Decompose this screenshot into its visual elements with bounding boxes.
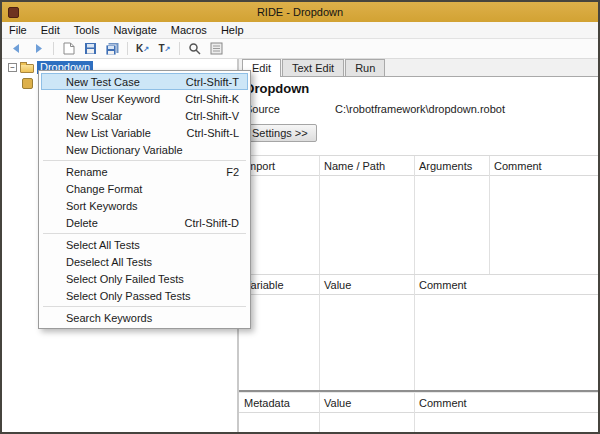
go-back-icon[interactable] — [9, 41, 24, 56]
menu-separator — [43, 233, 246, 234]
suite-title: Dropdown — [245, 81, 309, 96]
menu-separator — [43, 160, 246, 161]
testcase-icon[interactable]: T↗ — [157, 41, 172, 56]
toolbar-separator — [127, 42, 128, 55]
new-file-icon[interactable] — [61, 41, 76, 56]
menu-item-new-dictionary-variable[interactable]: New Dictionary Variable — [41, 141, 248, 158]
menu-help[interactable]: Help — [214, 24, 251, 36]
menu-item-delete[interactable]: Delete Ctrl-Shift-D — [41, 214, 248, 231]
menu-item-new-user-keyword[interactable]: New User Keyword Ctrl-Shift-K — [41, 90, 248, 107]
menu-item-new-test-case[interactable]: New Test Case Ctrl-Shift-T — [41, 73, 248, 90]
window-title: RIDE - Dropdown — [2, 6, 598, 18]
imports-section: Import Name / Path Arguments Comment — [239, 155, 598, 274]
menu-bar: File Edit Tools Navigate Macros Help — [2, 22, 598, 39]
menu-item-sort-keywords[interactable]: Sort Keywords — [41, 197, 248, 214]
save-all-icon[interactable] — [105, 41, 120, 56]
menu-separator — [43, 306, 246, 307]
variables-header-variable: Variable — [239, 279, 319, 291]
metadata-header-row: Metadata Value Comment — [239, 393, 598, 413]
menu-edit[interactable]: Edit — [34, 24, 67, 36]
source-row: Source C:\robotframework\dropdown.robot — [245, 103, 505, 115]
imports-header-import: Import — [239, 160, 319, 172]
imports-header-comment: Comment — [489, 160, 598, 172]
tab-text-edit[interactable]: Text Edit — [282, 59, 344, 76]
title-bar[interactable]: RIDE - Dropdown — [2, 2, 598, 22]
tab-run[interactable]: Run — [345, 59, 385, 76]
tree-context-menu: New Test Case Ctrl-Shift-T New User Keyw… — [38, 70, 251, 329]
menu-item-new-scalar[interactable]: New Scalar Ctrl-Shift-V — [41, 107, 248, 124]
menu-item-rename[interactable]: Rename F2 — [41, 163, 248, 180]
imports-header-arguments: Arguments — [414, 160, 489, 172]
grid-line — [319, 156, 320, 274]
tree-child-icon[interactable] — [22, 78, 33, 89]
tree-expander-icon[interactable] — [8, 63, 17, 72]
variables-header-row: Variable Value Comment — [239, 275, 598, 295]
metadata-header-metadata: Metadata — [239, 397, 319, 409]
search-tests-icon[interactable] — [187, 41, 202, 56]
toolbar-separator — [53, 42, 54, 55]
menu-file[interactable]: File — [2, 24, 34, 36]
menu-item-new-list-variable[interactable]: New List Variable Ctrl-Shift-L — [41, 124, 248, 141]
folder-icon — [20, 64, 34, 73]
grid-line — [414, 275, 415, 390]
menu-tools[interactable]: Tools — [67, 24, 107, 36]
grid-line — [319, 275, 320, 390]
menu-macros[interactable]: Macros — [164, 24, 214, 36]
ride-window: RIDE - Dropdown File Edit Tools Navigate… — [0, 0, 600, 434]
go-forward-icon[interactable] — [31, 41, 46, 56]
menu-item-select-only-passed-tests[interactable]: Select Only Passed Tests — [41, 287, 248, 304]
menu-item-select-all-tests[interactable]: Select All Tests — [41, 236, 248, 253]
menu-item-deselect-all-tests[interactable]: Deselect All Tests — [41, 253, 248, 270]
grid-line — [414, 393, 415, 432]
save-icon[interactable] — [83, 41, 98, 56]
main-tabs: Edit Text Edit Run — [239, 59, 598, 77]
imports-header-name-path: Name / Path — [319, 160, 414, 172]
grid-line — [489, 156, 490, 274]
menu-navigate[interactable]: Navigate — [106, 24, 163, 36]
grid-line — [414, 156, 415, 274]
variables-header-comment: Comment — [414, 279, 598, 291]
keyword-search-icon[interactable]: K↗ — [135, 41, 150, 56]
variables-header-value: Value — [319, 279, 414, 291]
metadata-section: Metadata Value Comment — [239, 393, 598, 432]
imports-header-row: Import Name / Path Arguments Comment — [239, 156, 598, 176]
settings-toggle-button[interactable]: Settings >> — [243, 124, 317, 142]
grid-line — [319, 393, 320, 432]
source-label: Source — [245, 103, 335, 115]
toolbar-separator — [179, 42, 180, 55]
variables-section: Variable Value Comment — [239, 274, 598, 390]
menu-item-select-only-failed-tests[interactable]: Select Only Failed Tests — [41, 270, 248, 287]
toolbar: K↗ T↗ — [2, 39, 598, 59]
metadata-header-comment: Comment — [414, 397, 598, 409]
metadata-header-value: Value — [319, 397, 414, 409]
source-path: C:\robotframework\dropdown.robot — [335, 103, 505, 115]
report-icon[interactable] — [209, 41, 224, 56]
menu-item-change-format[interactable]: Change Format — [41, 180, 248, 197]
menu-item-search-keywords[interactable]: Search Keywords — [41, 309, 248, 326]
